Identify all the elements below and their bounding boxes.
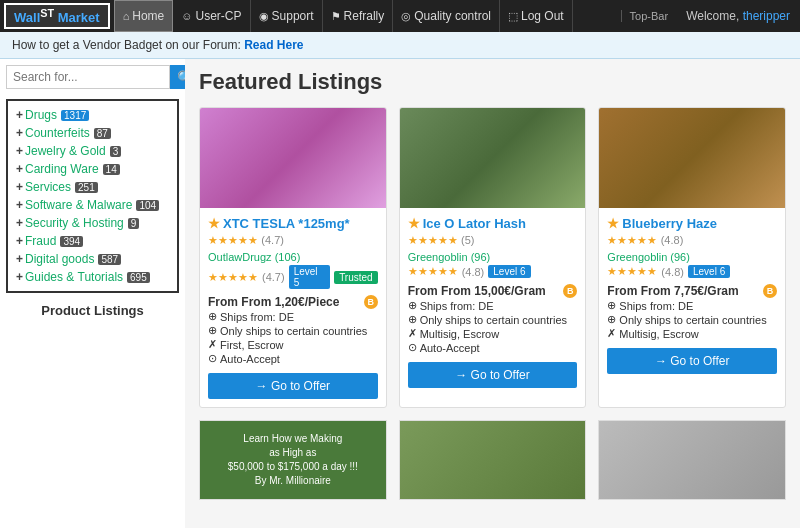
escrow-check-icon: ✗	[408, 327, 417, 340]
nav-user-cp[interactable]: ☺ User-CP	[173, 0, 250, 32]
banner-text: How to get a Vendor Badget on our Forum:	[12, 38, 241, 52]
ship-restrict-2: ⊕ Only ships to certain countries	[607, 313, 777, 326]
cat-carding-count: 14	[103, 164, 120, 175]
cat-drugs-label: Drugs	[25, 108, 57, 122]
go-offer-button-0[interactable]: → Go to Offer	[208, 373, 378, 399]
listing-details-0: From From 1,20€/Piece B ⊕ Ships from: DE…	[208, 295, 378, 365]
banner-link[interactable]: Read Here	[244, 38, 303, 52]
escrow-icon-1: B	[563, 284, 577, 298]
price-row-0: From From 1,20€/Piece B	[208, 295, 378, 309]
cat-counterfeits-count: 87	[94, 128, 111, 139]
listing-stars-row-1: ★★★★★ (5)	[408, 233, 578, 247]
cat-digital-label: Digital goods	[25, 252, 94, 266]
cat-counterfeits[interactable]: + Counterfeits 87	[16, 124, 169, 142]
price-0: From From 1,20€/Piece	[208, 295, 339, 309]
listing-seller-1[interactable]: Greengoblin (96)	[408, 251, 578, 263]
escrow-check-icon: ✗	[208, 338, 217, 351]
listing-name-0: XTC TESLA *125mg*	[223, 216, 350, 231]
level-badge-2: Level 6	[688, 265, 730, 278]
escrow-text-2: ✗ Multisig, Escrow	[607, 327, 777, 340]
ships-from-2: ⊕ Ships from: DE	[607, 299, 777, 312]
listing-rating-0: (4.7)	[261, 234, 284, 246]
price-row-1: From From 15,00€/Gram B	[408, 284, 578, 298]
cat-carding-label: Carding Ware	[25, 162, 99, 176]
quality-icon: ◎	[401, 10, 411, 23]
seller-rating-2: (4.8)	[661, 266, 684, 278]
cat-software-count: 104	[136, 200, 159, 211]
ships-from-1: ⊕ Ships from: DE	[408, 299, 578, 312]
listing-card-1: ★ Ice O Lator Hash ★★★★★ (5) Greengoblin…	[399, 107, 587, 408]
listing-card-2: ★ Blueberry Haze ★★★★★ (4.8) Greengoblin…	[598, 107, 786, 408]
cat-guides-count: 695	[127, 272, 150, 283]
bottom-card-text-0: Learn How we Makingas High as$50,000 to …	[228, 432, 358, 488]
cat-digital[interactable]: + Digital goods 587	[16, 250, 169, 268]
listing-name-1: Ice O Lator Hash	[423, 216, 526, 231]
cat-fraud-label: Fraud	[25, 234, 56, 248]
listing-stars-2: ★★★★★	[607, 234, 657, 246]
cat-software-label: Software & Malware	[25, 198, 132, 212]
star-icon: ★	[408, 216, 420, 231]
cat-security-label: Security & Hosting	[25, 216, 124, 230]
price-2: From From 7,75€/Gram	[607, 284, 738, 298]
nav-home[interactable]: ⌂ Home	[114, 0, 174, 32]
welcome-message: Welcome, theripper	[676, 9, 800, 23]
level-badge-0: Level 5	[289, 265, 331, 289]
cat-jewelry-label: Jewelry & Gold	[25, 144, 106, 158]
level-badge-1: Level 6	[488, 265, 530, 278]
cat-security[interactable]: + Security & Hosting 9	[16, 214, 169, 232]
listing-seller-0[interactable]: OutlawDrugz (106)	[208, 251, 378, 263]
nav-quality[interactable]: ◎ Quality control	[393, 0, 500, 32]
listing-stars-row-0: ★★★★★ (4.7)	[208, 233, 378, 247]
bottom-card-0[interactable]: Learn How we Makingas High as$50,000 to …	[199, 420, 387, 500]
listings-grid: ★ XTC TESLA *125mg* ★★★★★ (4.7) OutlawDr…	[199, 107, 786, 408]
cat-plus-icon: +	[16, 270, 23, 284]
search-bar-container: 🔍	[6, 65, 179, 89]
nav-refrally[interactable]: ⚑ Refrally	[323, 0, 394, 32]
cat-plus-icon: +	[16, 234, 23, 248]
content-area: Featured Listings ★ XTC TESLA *125mg* ★★…	[185, 59, 800, 528]
cat-carding[interactable]: + Carding Ware 14	[16, 160, 169, 178]
auto-accept-0: ⊙ Auto-Accept	[208, 352, 378, 365]
cat-software[interactable]: + Software & Malware 104	[16, 196, 169, 214]
cat-security-count: 9	[128, 218, 140, 229]
cat-services[interactable]: + Services 251	[16, 178, 169, 196]
listing-image-0	[200, 108, 386, 208]
bottom-card-2	[598, 420, 786, 500]
star-icon: ★	[607, 216, 619, 231]
nav-logout[interactable]: ⬚ Log Out	[500, 0, 573, 32]
cat-jewelry-count: 3	[110, 146, 122, 157]
listing-image-1	[400, 108, 586, 208]
go-offer-button-1[interactable]: → Go to Offer	[408, 362, 578, 388]
cat-drugs[interactable]: + Drugs 1317	[16, 106, 169, 124]
price-row-2: From From 7,75€/Gram B	[607, 284, 777, 298]
top-bar: WallST Market ⌂ Home ☺ User-CP ◉ Support…	[0, 0, 800, 32]
restrict-icon: ⊕	[208, 324, 217, 337]
ships-icon: ⊕	[607, 299, 616, 312]
nav-logout-label: Log Out	[521, 9, 564, 23]
listing-details-2: From From 7,75€/Gram B ⊕ Ships from: DE …	[607, 284, 777, 340]
username-link[interactable]: theripper	[743, 9, 790, 23]
listing-title-2: ★ Blueberry Haze	[607, 216, 777, 231]
top-bar-label: Top-Bar	[621, 10, 677, 22]
nav-home-label: Home	[132, 9, 164, 23]
listing-name-2: Blueberry Haze	[622, 216, 717, 231]
trusted-badge-0: Trusted	[334, 271, 378, 284]
cat-guides[interactable]: + Guides & Tutorials 695	[16, 268, 169, 286]
listing-body-1: ★ Ice O Lator Hash ★★★★★ (5) Greengoblin…	[400, 208, 586, 396]
nav-support[interactable]: ◉ Support	[251, 0, 323, 32]
listing-image-2	[599, 108, 785, 208]
cat-plus-icon: +	[16, 198, 23, 212]
listing-seller-2[interactable]: Greengoblin (96)	[607, 251, 777, 263]
listing-details-1: From From 15,00€/Gram B ⊕ Ships from: DE…	[408, 284, 578, 354]
cat-plus-icon: +	[16, 126, 23, 140]
category-box: + Drugs 1317 + Counterfeits 87 + Jewelry…	[6, 99, 179, 293]
go-offer-button-2[interactable]: → Go to Offer	[607, 348, 777, 374]
cat-jewelry[interactable]: + Jewelry & Gold 3	[16, 142, 169, 160]
cat-fraud[interactable]: + Fraud 394	[16, 232, 169, 250]
listing-seller-stars-row-2: ★★★★★ (4.8) Level 6	[607, 265, 777, 278]
seller-stars-1: ★★★★★	[408, 265, 458, 278]
restrict-icon: ⊕	[607, 313, 616, 326]
listing-rating-1: (5)	[461, 234, 474, 246]
cat-digital-count: 587	[98, 254, 121, 265]
search-input[interactable]	[6, 65, 170, 89]
